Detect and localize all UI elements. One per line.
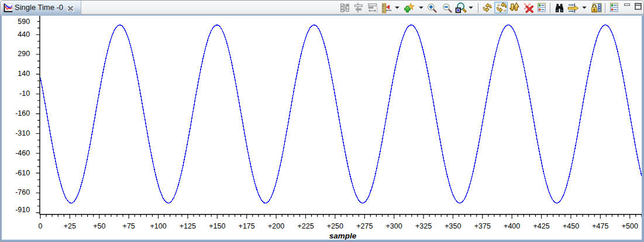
svg-text:+500: +500 [622, 222, 638, 230]
svg-text:+450: +450 [563, 222, 579, 230]
svg-text:-910: -910 [15, 206, 30, 214]
svg-text:290: 290 [18, 50, 30, 58]
svg-text:sample: sample [329, 231, 357, 240]
svg-text:-310: -310 [15, 129, 30, 137]
svg-text:+325: +325 [415, 222, 432, 230]
svg-text:0: 0 [39, 222, 43, 230]
svg-text:+400: +400 [504, 222, 520, 230]
svg-text:-10: -10 [19, 89, 30, 98]
svg-text:140: 140 [18, 70, 30, 78]
svg-text:-460: -460 [15, 149, 30, 157]
svg-text:+100: +100 [150, 222, 166, 230]
svg-text:-610: -610 [15, 169, 30, 177]
svg-text:+200: +200 [268, 222, 284, 230]
svg-text:440: 440 [18, 30, 30, 39]
svg-text:-160: -160 [15, 109, 30, 117]
svg-text:+350: +350 [445, 222, 461, 230]
svg-text:+275: +275 [356, 222, 373, 230]
svg-text:-760: -760 [15, 188, 30, 196]
svg-text:+300: +300 [386, 222, 402, 230]
svg-text:+475: +475 [592, 222, 608, 230]
svg-text:+175: +175 [239, 222, 255, 230]
svg-text:590: 590 [18, 18, 30, 26]
svg-text:+250: +250 [327, 222, 343, 230]
svg-text:+150: +150 [209, 222, 225, 230]
svg-text:+125: +125 [180, 222, 196, 230]
svg-text:+425: +425 [533, 222, 550, 230]
svg-text:+25: +25 [64, 222, 76, 230]
svg-text:+75: +75 [123, 222, 135, 230]
svg-text:+50: +50 [93, 222, 105, 230]
svg-text:+225: +225 [297, 222, 314, 230]
svg-text:+375: +375 [474, 222, 491, 230]
